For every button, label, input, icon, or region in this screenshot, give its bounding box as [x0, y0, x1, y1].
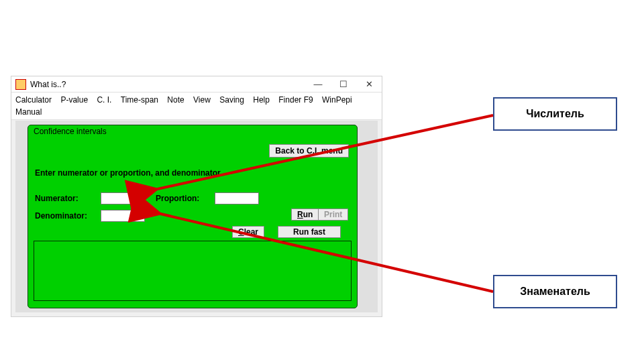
menu-ci[interactable]: C. I. — [97, 94, 111, 106]
numerator-label: Numerator: — [35, 194, 78, 203]
menu-pvalue[interactable]: P-value — [60, 94, 88, 106]
callout-numerator: Числитель — [493, 97, 617, 131]
close-button[interactable]: ✕ — [356, 76, 382, 92]
menu-timespan[interactable]: Time-span — [121, 94, 158, 106]
app-icon — [15, 79, 26, 90]
titlebar: What is..? — ☐ ✕ — [11, 76, 382, 93]
menu-view[interactable]: View — [193, 94, 211, 106]
instruction-text: Enter numerator or proportion, and denom… — [35, 168, 221, 178]
maximize-button[interactable]: ☐ — [331, 76, 356, 92]
back-to-ci-menu-button[interactable]: Back to C.I. menu — [269, 144, 349, 158]
menu-help[interactable]: Help — [253, 94, 270, 106]
print-button[interactable]: Print — [318, 208, 348, 221]
menu-manual[interactable]: Manual — [15, 106, 42, 118]
client-area: Confidence intervals Back to C.I. menu E… — [15, 121, 378, 312]
denominator-label: Denominator: — [35, 211, 87, 221]
menu-calculator[interactable]: Calculator — [15, 94, 52, 106]
window-controls: — ☐ ✕ — [305, 76, 382, 92]
menubar: Calculator P-value C. I. Time-span Note … — [11, 93, 382, 120]
run-button[interactable]: Run — [291, 208, 319, 221]
window-title: What is..? — [30, 80, 66, 89]
numerator-input[interactable] — [101, 192, 145, 204]
clear-button[interactable]: Clear — [232, 226, 264, 238]
menu-note[interactable]: Note — [167, 94, 184, 106]
proportion-label: Proportion: — [156, 194, 199, 203]
menu-saving[interactable]: Saving — [219, 94, 244, 106]
run-fast-button[interactable]: Run fast — [278, 226, 341, 238]
menu-winpepi[interactable]: WinPepi — [322, 94, 352, 106]
menu-finder[interactable]: Finder F9 — [278, 94, 313, 106]
denominator-input[interactable] — [101, 210, 145, 222]
proportion-input[interactable] — [215, 192, 259, 204]
output-area — [34, 241, 352, 301]
minimize-button[interactable]: — — [305, 76, 331, 92]
ci-panel: Confidence intervals Back to C.I. menu E… — [28, 125, 358, 308]
app-window: What is..? — ☐ ✕ Calculator P-value C. I… — [11, 76, 382, 317]
callout-denominator: Знаменатель — [493, 275, 617, 308]
panel-title: Confidence intervals — [34, 127, 107, 136]
